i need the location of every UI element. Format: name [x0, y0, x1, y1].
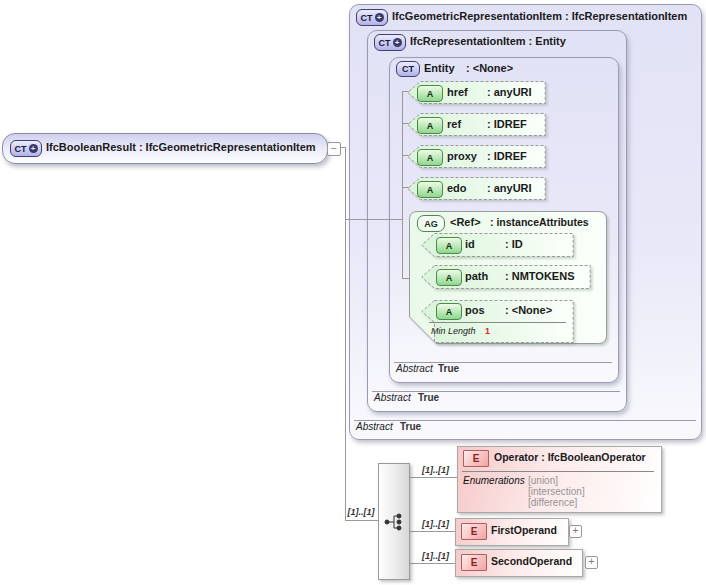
attribute-type: : anyURI	[487, 86, 532, 98]
enumerations-label: Enumerations	[463, 475, 525, 486]
element-icon-label: E	[473, 453, 480, 464]
abstract-label: Abstract	[356, 421, 393, 432]
facet-label: Min Length	[431, 326, 476, 336]
expand-button[interactable]: +	[585, 556, 598, 569]
complex-type-icon: CT+	[356, 9, 388, 26]
enumeration-value: [union]	[528, 475, 558, 486]
complex-type-icon: CT+	[374, 34, 406, 51]
attribute-type: : IDREF	[487, 118, 527, 130]
derived-plus-icon: +	[375, 13, 384, 22]
attribute-icon: A	[417, 149, 443, 166]
attribute-type: : anyURI	[487, 182, 532, 194]
attribute-icon-label: A	[446, 273, 453, 283]
attribute-name: edo	[447, 182, 467, 194]
attribute-name: href	[447, 86, 468, 98]
entity-type: : <None>	[466, 62, 513, 74]
element-icon: E	[463, 450, 489, 467]
attribute-icon-label: A	[427, 89, 434, 99]
connector-line	[345, 520, 378, 521]
attribute-type: : <None>	[505, 304, 552, 316]
attribute-type: : NMTOKENS	[505, 270, 574, 282]
attribute-type: : IDREF	[487, 150, 527, 162]
attribute-name: pos	[465, 304, 485, 316]
element-icon: E	[461, 554, 487, 571]
outer-box-title: IfcGeometricRepresentationItem : IfcRepr…	[392, 10, 687, 22]
connector-line	[408, 477, 457, 478]
enumeration-value: [intersection]	[528, 486, 585, 497]
complex-type-icon-label: CT	[402, 64, 414, 74]
connector-line	[402, 91, 403, 279]
cardinality-label: [1]..[1]	[346, 507, 376, 517]
abstract-label: Abstract	[396, 363, 433, 374]
attribute-icon: A	[436, 303, 462, 320]
enumeration-value: [difference]	[528, 497, 577, 508]
attribute-group-icon: AG	[417, 215, 445, 232]
attribute-name: id	[465, 238, 475, 250]
complex-type-icon-label: CT	[15, 144, 27, 154]
complex-type-icon: CT	[396, 61, 420, 77]
connector-line	[345, 147, 346, 521]
middle-box-title: IfcRepresentationItem : Entity	[410, 35, 566, 47]
attribute-icon-label: A	[427, 185, 434, 195]
attribute-type: : ID	[505, 238, 523, 250]
attribute-icon: A	[417, 85, 443, 102]
connector-line	[408, 531, 455, 532]
expand-button[interactable]: +	[569, 525, 582, 538]
element-name: Operator : IfcBooleanOperator	[494, 451, 646, 463]
attribute-icon-label: A	[446, 241, 453, 251]
attribute-group-icon-label: AG	[424, 219, 438, 229]
sequence-icon	[384, 513, 404, 531]
cardinality-label: [1]..[1]	[422, 465, 449, 475]
connector-line	[408, 563, 455, 564]
element-icon: E	[461, 523, 487, 540]
entity-name: Entity	[424, 62, 455, 74]
complex-type-icon: CT+	[10, 140, 42, 157]
complex-type-icon-label: CT	[379, 38, 391, 48]
cardinality-label: [1]..[1]	[422, 551, 449, 561]
complex-type-icon-label: CT	[361, 13, 373, 23]
element-icon-label: E	[471, 526, 478, 537]
collapse-button[interactable]: −	[327, 142, 341, 156]
element-name: FirstOperand	[491, 524, 557, 536]
attribute-name: path	[465, 270, 488, 282]
attribute-icon-label: A	[446, 307, 453, 317]
attribute-icon: A	[436, 269, 462, 286]
attribute-icon: A	[417, 117, 443, 134]
abstract-value: True	[438, 363, 459, 374]
attribute-icon: A	[436, 237, 462, 254]
attribute-icon-label: A	[427, 153, 434, 163]
facet-value: 1	[485, 326, 490, 336]
element-icon-label: E	[471, 557, 478, 568]
derived-plus-icon: +	[29, 144, 38, 153]
cardinality-label: [1]..[1]	[422, 519, 449, 529]
derived-plus-icon: +	[393, 38, 402, 47]
abstract-value: True	[418, 392, 439, 403]
connector-line	[345, 219, 403, 220]
abstract-label: Abstract	[374, 392, 411, 403]
attribute-name: ref	[447, 118, 461, 130]
root-node-label: IfcBooleanResult : IfcGeometricRepresent…	[46, 141, 316, 153]
attribute-icon: A	[417, 181, 443, 198]
attribute-group-name: <Ref>	[450, 216, 481, 228]
attribute-icon-label: A	[427, 121, 434, 131]
xsd-schema-diagram: CT+ IfcGeometricRepresentationItem : Ifc…	[0, 0, 706, 585]
attribute-name: proxy	[447, 150, 477, 162]
attribute-group-type: : instanceAttributes	[490, 216, 589, 228]
divider	[429, 322, 566, 323]
divider	[462, 471, 654, 472]
sequence-compositor[interactable]	[378, 463, 410, 580]
element-name: SecondOperand	[491, 555, 572, 567]
abstract-value: True	[400, 421, 421, 432]
